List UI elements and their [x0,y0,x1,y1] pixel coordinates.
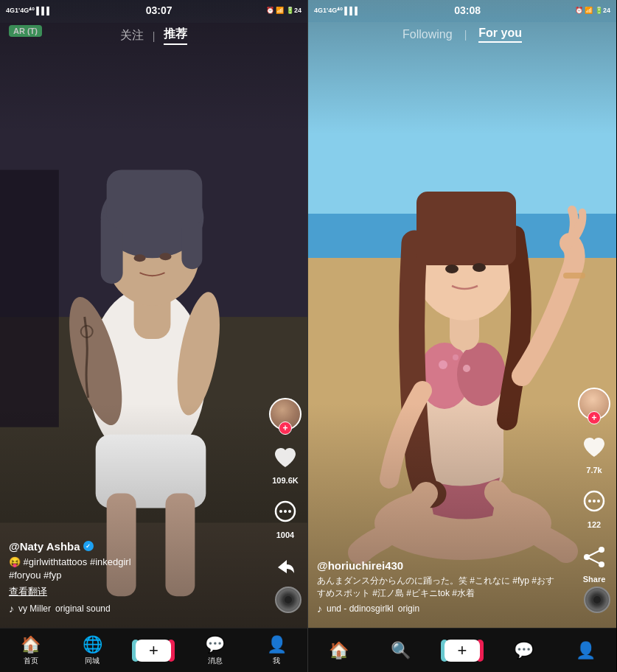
right-status-right: ⏰ 📶 🔋24 [575,7,610,14]
right-status-bar: 4G1'4G⁴⁰ ▌▌▌ 03:08 ⏰ 📶 🔋24 [308,0,616,21]
right-avatar-container[interactable]: + [578,388,610,420]
left-music-artist: vy Miller [18,603,51,614]
status-right-left: ⏰ 📶 🔋24 [266,7,301,14]
left-tab-following[interactable]: 关注 [120,28,144,43]
left-follow-btn[interactable]: + [279,421,292,435]
right-top-nav: Following | For you [308,21,616,49]
left-profile-icon: 👤 [267,635,287,654]
left-caption: 😝 #girlwithtattoos #inkedgirl #foryou #f… [9,556,254,582]
left-music-note-icon: ♪ [9,603,14,615]
left-avatar-container[interactable]: + [269,398,301,430]
right-status-signal: ▌▌▌ [344,7,360,15]
right-action-buttons: + 7.7k 122 [578,388,610,584]
left-comment-count: 1004 [276,531,294,539]
right-heart-icon [578,432,610,464]
right-music-disc-inner [593,596,601,603]
svg-point-21 [279,510,282,513]
right-nav-home[interactable]: 🏠 [321,641,358,660]
left-bottom-nav: 🏠 首页 🌐 同城 + 💬 消息 👤 我 [0,628,307,672]
right-like-count: 7.7k [586,466,602,475]
left-nav-messages[interactable]: 💬 消息 [197,635,234,666]
left-translate-btn[interactable]: 查看翻译 [9,585,254,598]
right-create-plus-icon: + [458,643,467,659]
left-action-buttons: + 109.6K 1004 [269,398,301,584]
left-nav-home[interactable]: 🏠 首页 [13,635,49,666]
right-nav-divider: | [464,29,467,41]
left-nav-divider: | [153,30,156,42]
left-share-btn[interactable] [269,551,301,584]
right-like-btn[interactable]: 7.7k [578,432,610,475]
create-plus-icon: + [149,643,158,659]
left-tab-for-you[interactable]: 推荐 [164,27,187,45]
right-music-info: ♪ und - ddinosgirlkl origin [317,603,563,615]
messages-icon: 💬 [205,635,225,654]
left-nav-messages-label: 消息 [208,656,223,666]
left-nav-discover[interactable]: 🌐 同城 [74,635,111,666]
right-nav-inbox[interactable]: 💬 [506,641,543,660]
svg-point-22 [284,510,287,513]
left-nav-home-label: 首页 [24,656,38,666]
left-bottom-info: @Naty Ashba ✓ 😝 #girlwithtattoos #inkedg… [0,534,263,620]
right-search-icon: 🔍 [391,641,411,660]
right-comment-count: 122 [588,520,601,529]
right-tab-for-you[interactable]: For you [478,27,522,43]
left-top-nav: 关注 | 推荐 [0,21,307,51]
left-share-icon [269,551,301,584]
right-profile-icon: 👤 [576,641,596,660]
svg-point-23 [288,510,291,513]
right-music-disc [584,587,610,613]
status-left: 4G1'4G⁴⁰ ▌▌▌ [6,7,52,15]
right-nav-profile[interactable]: 👤 [567,641,604,660]
right-username: @horiuchirei430 [317,559,563,572]
left-username: @Naty Ashba ✓ [9,540,254,553]
right-panel: 4G1'4G⁴⁰ ▌▌▌ 03:08 ⏰ 📶 🔋24 Following | F… [308,0,616,672]
svg-point-43 [593,500,596,503]
left-music-disc-inner [285,596,292,603]
right-status-icons: ⏰ 📶 🔋24 [575,7,610,14]
right-share-label: Share [583,575,606,584]
right-nav-create[interactable]: + [444,640,481,662]
right-tab-following[interactable]: Following [402,28,453,41]
left-nav-create[interactable]: + [135,640,172,662]
right-status-network: 4G1'4G⁴⁰ [314,7,343,14]
svg-line-49 [587,557,602,564]
status-time-right: 03:08 [454,4,481,16]
right-home-icon: 🏠 [329,641,349,660]
status-time-left: 03:07 [146,4,172,16]
right-inbox-icon: 💬 [514,641,534,660]
left-nav-profile[interactable]: 👤 我 [258,635,295,666]
right-status-left: 4G1'4G⁴⁰ ▌▌▌ [314,7,360,15]
left-like-btn[interactable]: 109.6K [269,442,301,485]
right-share-icon [578,541,610,573]
right-music-title: origin [398,603,419,614]
right-share-btn[interactable]: Share [578,541,610,584]
right-bottom-nav: 🏠 🔍 + 💬 👤 [308,628,616,672]
status-network-left: 4G1'4G⁴⁰ [6,7,35,14]
discover-icon: 🌐 [83,635,102,654]
left-nav-profile-label: 我 [273,656,280,666]
right-caption: あんまダンス分からんのに踊った。笑 #これなに #fyp #おすすめスポット #… [317,575,563,600]
right-bottom-info: @horiuchirei430 あんまダンス分からんのに踊った。笑 #これなに … [308,553,572,620]
left-panel: 4G1'4G⁴⁰ ▌▌▌ 03:07 ⏰ 📶 🔋24 AR (T) 关注 | 推… [0,0,308,672]
status-signal-left: ▌▌▌ [36,7,52,15]
right-comment-icon [578,486,610,519]
left-status-bar: 4G1'4G⁴⁰ ▌▌▌ 03:07 ⏰ 📶 🔋24 [0,0,307,21]
left-comment-icon [269,497,301,529]
left-like-count: 109.6K [272,476,298,485]
right-music-artist: und - ddinosgirlkl [327,603,394,614]
svg-line-48 [587,550,602,557]
svg-point-44 [597,500,600,503]
left-music-disc [275,587,301,613]
home-icon: 🏠 [21,635,41,654]
left-music-title: original sound [55,603,111,614]
right-music-note-icon: ♪ [317,603,322,615]
right-comment-btn[interactable]: 122 [578,486,610,529]
left-music-info: ♪ vy Miller original sound [9,603,254,615]
left-verified-badge: ✓ [83,541,94,551]
left-comment-btn[interactable]: 1004 [269,497,301,539]
left-nav-discover-label: 同城 [85,656,100,666]
right-nav-search[interactable]: 🔍 [382,641,419,660]
left-heart-icon [269,442,301,475]
right-follow-btn[interactable]: + [588,411,601,424]
status-icons-left: ⏰ 📶 🔋24 [266,7,301,14]
